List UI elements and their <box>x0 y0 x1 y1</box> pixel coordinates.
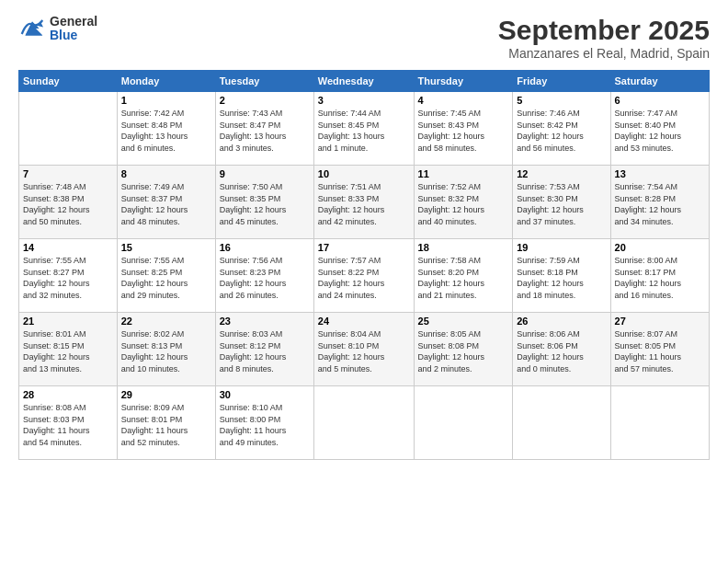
calendar-cell: 19Sunrise: 7:59 AM Sunset: 8:18 PM Dayli… <box>513 239 610 313</box>
day-info: Sunrise: 8:09 AM Sunset: 8:01 PM Dayligh… <box>121 402 211 448</box>
day-info: Sunrise: 7:51 AM Sunset: 8:33 PM Dayligh… <box>318 181 410 227</box>
day-info: Sunrise: 8:08 AM Sunset: 8:03 PM Dayligh… <box>23 402 113 448</box>
day-info: Sunrise: 7:55 AM Sunset: 8:27 PM Dayligh… <box>23 255 113 301</box>
calendar-cell: 13Sunrise: 7:54 AM Sunset: 8:28 PM Dayli… <box>610 166 709 239</box>
day-info: Sunrise: 7:55 AM Sunset: 8:25 PM Dayligh… <box>121 255 211 301</box>
week-row-4: 21Sunrise: 8:01 AM Sunset: 8:15 PM Dayli… <box>19 313 710 386</box>
calendar-cell: 28Sunrise: 8:08 AM Sunset: 8:03 PM Dayli… <box>19 386 118 460</box>
calendar-cell: 6Sunrise: 7:47 AM Sunset: 8:40 PM Daylig… <box>610 92 709 166</box>
day-number: 24 <box>318 316 410 327</box>
calendar-cell: 21Sunrise: 8:01 AM Sunset: 8:15 PM Dayli… <box>19 313 118 386</box>
calendar-cell: 4Sunrise: 7:45 AM Sunset: 8:43 PM Daylig… <box>414 92 513 166</box>
calendar-cell: 8Sunrise: 7:49 AM Sunset: 8:37 PM Daylig… <box>117 166 215 239</box>
calendar-cell <box>610 386 709 460</box>
calendar-cell: 17Sunrise: 7:57 AM Sunset: 8:22 PM Dayli… <box>313 239 414 313</box>
day-number: 22 <box>121 316 211 327</box>
title-block: September 2025 Manzanares el Real, Madri… <box>498 15 710 61</box>
day-number: 12 <box>517 168 606 179</box>
day-info: Sunrise: 7:46 AM Sunset: 8:42 PM Dayligh… <box>517 108 606 154</box>
header: General Blue September 2025 Manzanares e… <box>18 15 710 61</box>
calendar-cell: 27Sunrise: 8:07 AM Sunset: 8:05 PM Dayli… <box>610 313 709 386</box>
day-number: 15 <box>121 242 211 253</box>
week-row-1: 1Sunrise: 7:42 AM Sunset: 8:48 PM Daylig… <box>19 92 710 166</box>
day-number: 6 <box>615 95 705 106</box>
calendar-cell: 1Sunrise: 7:42 AM Sunset: 8:48 PM Daylig… <box>117 92 215 166</box>
calendar-cell <box>19 92 118 166</box>
weekday-header-monday: Monday <box>117 71 215 92</box>
calendar-cell: 15Sunrise: 7:55 AM Sunset: 8:25 PM Dayli… <box>117 239 215 313</box>
week-row-5: 28Sunrise: 8:08 AM Sunset: 8:03 PM Dayli… <box>19 386 710 460</box>
day-info: Sunrise: 8:01 AM Sunset: 8:15 PM Dayligh… <box>23 328 113 374</box>
day-number: 13 <box>615 168 705 179</box>
calendar-cell: 11Sunrise: 7:52 AM Sunset: 8:32 PM Dayli… <box>414 166 513 239</box>
day-number: 14 <box>23 242 113 253</box>
day-info: Sunrise: 7:56 AM Sunset: 8:23 PM Dayligh… <box>220 255 310 301</box>
month-title: September 2025 <box>498 15 710 46</box>
day-info: Sunrise: 7:57 AM Sunset: 8:22 PM Dayligh… <box>318 255 410 301</box>
calendar-table: SundayMondayTuesdayWednesdayThursdayFrid… <box>18 70 710 460</box>
day-info: Sunrise: 8:10 AM Sunset: 8:00 PM Dayligh… <box>220 402 310 448</box>
day-info: Sunrise: 8:00 AM Sunset: 8:17 PM Dayligh… <box>615 255 705 301</box>
day-info: Sunrise: 7:50 AM Sunset: 8:35 PM Dayligh… <box>220 181 310 227</box>
calendar-cell: 26Sunrise: 8:06 AM Sunset: 8:06 PM Dayli… <box>513 313 610 386</box>
day-info: Sunrise: 8:05 AM Sunset: 8:08 PM Dayligh… <box>418 328 509 374</box>
day-number: 4 <box>418 95 509 106</box>
week-row-2: 7Sunrise: 7:48 AM Sunset: 8:38 PM Daylig… <box>19 166 710 239</box>
calendar-cell: 23Sunrise: 8:03 AM Sunset: 8:12 PM Dayli… <box>215 313 313 386</box>
calendar-cell: 20Sunrise: 8:00 AM Sunset: 8:17 PM Dayli… <box>610 239 709 313</box>
calendar-cell: 2Sunrise: 7:43 AM Sunset: 8:47 PM Daylig… <box>215 92 313 166</box>
day-number: 25 <box>418 316 509 327</box>
day-number: 8 <box>121 168 211 179</box>
day-number: 30 <box>220 389 310 400</box>
day-number: 19 <box>517 242 606 253</box>
calendar-cell: 14Sunrise: 7:55 AM Sunset: 8:27 PM Dayli… <box>19 239 118 313</box>
calendar-cell: 9Sunrise: 7:50 AM Sunset: 8:35 PM Daylig… <box>215 166 313 239</box>
week-row-3: 14Sunrise: 7:55 AM Sunset: 8:27 PM Dayli… <box>19 239 710 313</box>
day-info: Sunrise: 8:04 AM Sunset: 8:10 PM Dayligh… <box>318 328 410 374</box>
day-number: 28 <box>23 389 113 400</box>
day-info: Sunrise: 7:53 AM Sunset: 8:30 PM Dayligh… <box>517 181 606 227</box>
day-number: 26 <box>517 316 606 327</box>
day-info: Sunrise: 7:58 AM Sunset: 8:20 PM Dayligh… <box>418 255 509 301</box>
logo-text: General Blue <box>50 15 97 43</box>
day-number: 27 <box>615 316 705 327</box>
logo-blue: Blue <box>50 29 97 42</box>
day-number: 10 <box>318 168 410 179</box>
weekday-header-row: SundayMondayTuesdayWednesdayThursdayFrid… <box>19 71 710 92</box>
calendar-cell: 24Sunrise: 8:04 AM Sunset: 8:10 PM Dayli… <box>313 313 414 386</box>
day-number: 11 <box>418 168 509 179</box>
logo: General Blue <box>18 15 97 43</box>
day-info: Sunrise: 7:44 AM Sunset: 8:45 PM Dayligh… <box>318 108 410 154</box>
calendar-cell: 5Sunrise: 7:46 AM Sunset: 8:42 PM Daylig… <box>513 92 610 166</box>
day-number: 21 <box>23 316 113 327</box>
day-number: 9 <box>220 168 310 179</box>
day-info: Sunrise: 7:47 AM Sunset: 8:40 PM Dayligh… <box>615 108 705 154</box>
day-info: Sunrise: 7:45 AM Sunset: 8:43 PM Dayligh… <box>418 108 509 154</box>
day-info: Sunrise: 7:49 AM Sunset: 8:37 PM Dayligh… <box>121 181 211 227</box>
calendar-cell: 29Sunrise: 8:09 AM Sunset: 8:01 PM Dayli… <box>117 386 215 460</box>
calendar-cell: 30Sunrise: 8:10 AM Sunset: 8:00 PM Dayli… <box>215 386 313 460</box>
calendar-cell <box>513 386 610 460</box>
calendar-cell <box>414 386 513 460</box>
calendar-cell: 12Sunrise: 7:53 AM Sunset: 8:30 PM Dayli… <box>513 166 610 239</box>
weekday-header-wednesday: Wednesday <box>313 71 414 92</box>
day-info: Sunrise: 7:43 AM Sunset: 8:47 PM Dayligh… <box>220 108 310 154</box>
location: Manzanares el Real, Madrid, Spain <box>498 46 710 61</box>
day-number: 20 <box>615 242 705 253</box>
day-info: Sunrise: 8:06 AM Sunset: 8:06 PM Dayligh… <box>517 328 606 374</box>
calendar-cell: 7Sunrise: 7:48 AM Sunset: 8:38 PM Daylig… <box>19 166 118 239</box>
calendar-cell <box>313 386 414 460</box>
weekday-header-sunday: Sunday <box>19 71 118 92</box>
weekday-header-saturday: Saturday <box>610 71 709 92</box>
day-number: 17 <box>318 242 410 253</box>
day-number: 3 <box>318 95 410 106</box>
weekday-header-friday: Friday <box>513 71 610 92</box>
calendar-cell: 18Sunrise: 7:58 AM Sunset: 8:20 PM Dayli… <box>414 239 513 313</box>
calendar-cell: 22Sunrise: 8:02 AM Sunset: 8:13 PM Dayli… <box>117 313 215 386</box>
day-number: 7 <box>23 168 113 179</box>
day-info: Sunrise: 8:03 AM Sunset: 8:12 PM Dayligh… <box>220 328 310 374</box>
calendar-cell: 25Sunrise: 8:05 AM Sunset: 8:08 PM Dayli… <box>414 313 513 386</box>
day-info: Sunrise: 7:54 AM Sunset: 8:28 PM Dayligh… <box>615 181 705 227</box>
calendar-cell: 10Sunrise: 7:51 AM Sunset: 8:33 PM Dayli… <box>313 166 414 239</box>
day-info: Sunrise: 7:52 AM Sunset: 8:32 PM Dayligh… <box>418 181 509 227</box>
